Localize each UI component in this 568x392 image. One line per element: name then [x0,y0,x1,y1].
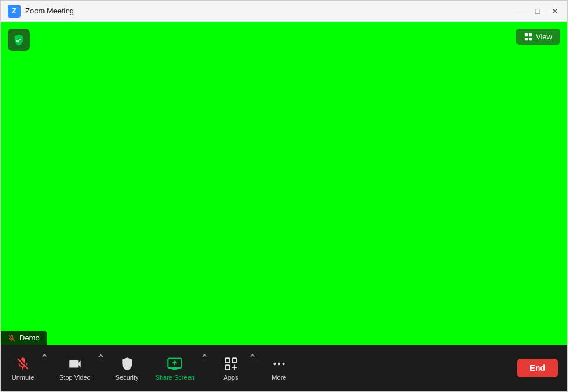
apps-button[interactable]: Apps [213,352,249,384]
svg-rect-0 [525,33,528,36]
stop-video-icon-container [67,356,83,372]
title-bar: Z Zoom Meeting — □ ✕ [1,1,567,22]
share-screen-button[interactable]: Share Screen [149,352,200,384]
toolbar: Unmute Stop Video [1,345,567,391]
apps-icon-container [223,356,239,372]
stop-video-label: Stop Video [59,374,91,381]
window-title: Zoom Meeting [25,6,74,15]
mic-off-icon [15,356,30,371]
svg-point-10 [282,362,284,364]
shield-badge [8,29,30,51]
zoom-window: Z Zoom Meeting — □ ✕ View [0,0,568,392]
shield-icon [120,356,135,371]
maximize-button[interactable]: □ [532,6,543,16]
video-icon [67,356,83,371]
chevron-up-icon-4 [250,353,256,359]
more-dots-icon [271,356,287,371]
demo-text: Demo [19,333,40,342]
svg-rect-5 [225,358,230,363]
apps-label: Apps [223,374,238,381]
unmute-label: Unmute [12,374,35,381]
main-video-area: View Demo [1,22,567,345]
svg-point-8 [273,362,276,364]
share-screen-icon-container [166,356,183,372]
stop-video-chevron[interactable] [97,350,105,361]
chevron-up-icon [42,353,47,359]
shield-check-icon [12,33,25,46]
svg-rect-3 [529,37,532,40]
security-icon-container [119,356,135,372]
view-button[interactable]: View [516,29,560,45]
grid-icon [524,33,532,41]
unmute-chevron[interactable] [40,350,49,361]
stop-video-button[interactable]: Stop Video [53,352,97,384]
svg-rect-7 [225,365,230,370]
svg-rect-1 [529,33,532,36]
apps-icon [223,356,239,371]
demo-label-overlay: Demo [1,331,47,345]
unmute-button[interactable]: Unmute [5,352,40,384]
unmute-icon-container [15,356,31,372]
view-label: View [536,32,552,41]
more-icon-container [271,356,287,372]
more-button[interactable]: More [261,352,297,384]
minimize-button[interactable]: — [515,6,525,16]
security-label: Security [115,374,139,381]
svg-rect-2 [525,37,528,40]
title-bar-left: Z Zoom Meeting [8,5,74,18]
svg-rect-6 [232,358,237,363]
share-screen-chevron[interactable] [200,350,209,361]
svg-point-9 [278,362,280,364]
share-screen-icon [166,356,183,372]
security-button[interactable]: Security [110,352,145,384]
chevron-up-icon-3 [202,353,208,359]
zoom-logo: Z [8,5,21,18]
end-button[interactable]: End [517,359,558,377]
share-screen-label: Share Screen [155,374,195,381]
apps-chevron[interactable] [249,350,257,361]
mic-off-icon-small [8,334,16,342]
chevron-up-icon-2 [98,353,104,359]
window-controls: — □ ✕ [515,6,560,16]
close-button[interactable]: ✕ [550,6,560,16]
more-label: More [271,374,286,381]
